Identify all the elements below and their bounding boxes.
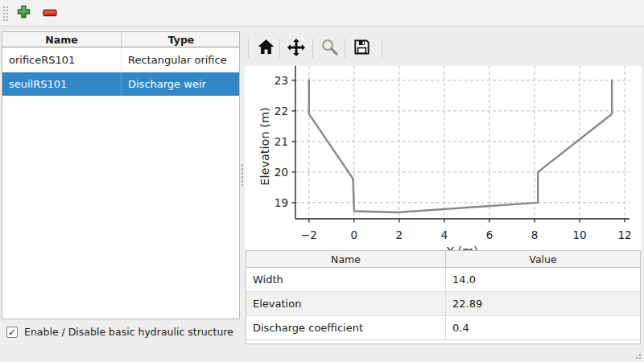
pan-arrows-icon <box>287 38 306 60</box>
save-figure-button[interactable] <box>349 35 374 61</box>
toolbar-separator <box>279 39 280 58</box>
remove-structure-button[interactable] <box>39 0 61 26</box>
svg-text:21: 21 <box>275 135 288 148</box>
param-row-width[interactable]: Width 14.0 <box>246 268 640 292</box>
profile-chart-canvas[interactable]: −20246810121920212223Y (m)Elevation (m) <box>245 66 642 250</box>
param-row-discharge-coefficient[interactable]: Discharge coefficient 0.4 <box>246 316 640 340</box>
toolbar-separator <box>312 39 313 58</box>
param-name: Width <box>246 268 446 291</box>
column-header-name[interactable]: Name <box>2 32 122 47</box>
structures-table: Name Type orificeRS101 Rectangular orifi… <box>2 31 240 319</box>
svg-text:20: 20 <box>275 166 288 179</box>
svg-text:6: 6 <box>486 228 493 241</box>
table-row-orifice[interactable]: orificeRS101 Rectangular orifice <box>2 47 239 72</box>
structure-name: orificeRS101 <box>2 47 122 72</box>
toolbar-separator <box>345 39 345 58</box>
svg-text:23: 23 <box>275 74 288 87</box>
structure-type: Rectangular orifice <box>122 47 241 72</box>
parameters-table-header: Name Value <box>246 251 640 268</box>
column-header-type[interactable]: Type <box>122 32 241 47</box>
svg-text:Elevation (m): Elevation (m) <box>258 107 271 185</box>
toolbar-separator <box>248 39 249 58</box>
enable-structure-checkbox-row[interactable]: ✓ Enable / Disable basic hydraulic struc… <box>6 326 233 338</box>
column-header-value[interactable]: Value <box>446 251 640 267</box>
toolbar-drag-handle[interactable] <box>2 6 8 23</box>
checkbox-checked[interactable]: ✓ <box>6 327 18 338</box>
table-row-weir-selected[interactable]: seuilRS101 Discharge weir <box>2 72 239 96</box>
zoom-rect-button[interactable] <box>316 35 342 61</box>
structures-table-header: Name Type <box>2 32 239 47</box>
minus-icon <box>43 7 57 19</box>
plus-icon <box>17 5 31 21</box>
svg-text:8: 8 <box>531 228 539 241</box>
parameters-table: Name Value Width 14.0 Elevation 22.89 Di… <box>246 250 641 344</box>
svg-text:−2: −2 <box>301 228 317 241</box>
svg-text:10: 10 <box>572 228 586 241</box>
structures-toolbar <box>0 0 644 27</box>
column-header-name[interactable]: Name <box>246 251 446 267</box>
param-value[interactable]: 22.89 <box>446 292 640 315</box>
save-floppy-icon <box>353 38 371 59</box>
svg-text:19: 19 <box>275 196 288 209</box>
param-value[interactable]: 0.4 <box>446 316 640 339</box>
window-resize-grip[interactable] <box>632 350 642 360</box>
toolbar-separator <box>382 39 382 58</box>
param-value[interactable]: 14.0 <box>446 268 640 291</box>
param-name: Discharge coefficient <box>246 316 446 339</box>
svg-text:0: 0 <box>351 228 358 241</box>
checkbox-label: Enable / Disable basic hydraulic structu… <box>24 326 233 338</box>
svg-text:22: 22 <box>275 105 288 117</box>
pan-button[interactable] <box>283 35 309 61</box>
magnifier-icon <box>320 38 339 59</box>
svg-text:Y (m): Y (m) <box>446 245 478 250</box>
add-structure-button[interactable] <box>12 0 35 26</box>
svg-text:12: 12 <box>618 228 632 241</box>
structure-name: seuilRS101 <box>2 72 122 96</box>
param-name: Elevation <box>246 292 446 315</box>
home-view-button[interactable] <box>253 35 279 61</box>
cross-section-figure: −20246810121920212223Y (m)Elevation (m) <box>245 66 642 250</box>
svg-text:4: 4 <box>441 228 448 241</box>
svg-text:2: 2 <box>396 228 403 241</box>
param-row-elevation[interactable]: Elevation 22.89 <box>246 292 640 316</box>
home-icon <box>257 38 275 59</box>
structure-type: Discharge weir <box>122 72 241 96</box>
